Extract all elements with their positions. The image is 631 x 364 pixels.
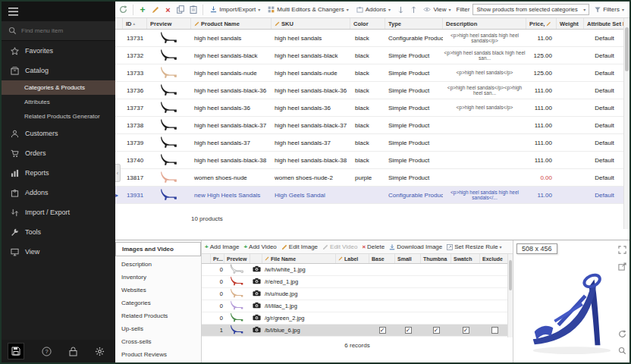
- header-description[interactable]: Description: [443, 18, 526, 29]
- add-product-button[interactable]: +: [138, 5, 148, 15]
- sidebar-item-orders[interactable]: Orders: [2, 143, 115, 163]
- product-row[interactable]: 13739high heel sandals-37high heel sanda…: [115, 134, 629, 152]
- tab-description[interactable]: Description: [115, 258, 201, 271]
- product-row[interactable]: 13733high heel sandals-nudehigh heel san…: [115, 64, 629, 82]
- delete-product-button[interactable]: ×: [163, 5, 173, 15]
- addons-menu[interactable]: Addons▾: [354, 5, 393, 14]
- multi-editors-menu[interactable]: Multi Editors & Changers▾: [265, 5, 351, 14]
- product-row[interactable]: 13817women shoes-nudewomen shoes-nude-2p…: [115, 169, 629, 187]
- import-export-menu[interactable]: Import/Export▾: [208, 5, 262, 14]
- tab-cross-sells[interactable]: Cross-sells: [115, 335, 201, 348]
- delete-image-button[interactable]: ×Delete: [362, 243, 385, 250]
- header-id[interactable]: ID▴: [123, 18, 147, 29]
- sidebar-item-reports[interactable]: Reports: [2, 163, 115, 183]
- sidebar-item-categories-products[interactable]: Categories & Products: [2, 80, 115, 95]
- products-scrollbar[interactable]: [623, 18, 629, 229]
- sidebar-item-tools[interactable]: Tools: [2, 222, 115, 242]
- media-row[interactable]: 0/n/u/nude.jpg: [202, 288, 513, 300]
- header-attribute-set[interactable]: Attribute Set Name: [584, 18, 625, 29]
- add-video-button[interactable]: +Add Video: [243, 243, 276, 250]
- header-preview[interactable]: Preview: [224, 254, 250, 263]
- menu-search-input[interactable]: [21, 27, 97, 34]
- filters-button[interactable]: Filters▾: [592, 5, 626, 14]
- copy-button[interactable]: [176, 5, 186, 15]
- checkbox[interactable]: ✓: [433, 327, 440, 334]
- tab-categories[interactable]: Categories: [115, 297, 201, 309]
- header-sku[interactable]: SKU: [272, 18, 350, 29]
- checkbox[interactable]: [491, 327, 498, 334]
- lock-icon[interactable]: [69, 347, 77, 356]
- sidebar-item-view[interactable]: View: [2, 242, 115, 262]
- header-exclude[interactable]: Exclude: [480, 254, 509, 263]
- media-row[interactable]: 0/l/i/lilac_1.jpg: [202, 300, 513, 312]
- tab-websites[interactable]: Websites: [115, 284, 201, 297]
- product-row[interactable]: 13738high heel sandals-black-37high heel…: [115, 117, 629, 134]
- refresh-button[interactable]: [118, 5, 128, 15]
- tab-related-products[interactable]: Related Products: [115, 309, 201, 322]
- header-media-type[interactable]: [250, 254, 262, 263]
- product-row[interactable]: 13732high heel sandals-blackhigh heel sa…: [115, 47, 629, 64]
- header-label[interactable]: Label: [336, 254, 369, 263]
- header-base[interactable]: Base: [369, 254, 395, 263]
- media-row[interactable]: 0/w/h/white_1.jpg: [202, 264, 513, 276]
- checkbox[interactable]: ✓: [379, 327, 386, 334]
- tab-inventory[interactable]: Inventory: [115, 271, 201, 284]
- gear-icon[interactable]: [95, 347, 105, 356]
- sidebar-item-addons[interactable]: Addons: [2, 183, 115, 202]
- header-product-name[interactable]: Product Name: [191, 18, 272, 29]
- media-scrollbar[interactable]: [507, 254, 513, 337]
- scrollbar-thumb[interactable]: [509, 260, 512, 290]
- collapse-all-icon[interactable]: [409, 5, 419, 15]
- sidebar-item-related-products-generator[interactable]: Related Products Generator: [2, 109, 115, 124]
- header-small[interactable]: Small: [395, 254, 421, 263]
- sidebar-item-catalog[interactable]: Catalog: [2, 61, 115, 80]
- product-row[interactable]: 13736high heel sandals-black-36high heel…: [115, 82, 629, 99]
- sidebar-item-attributes[interactable]: Attributes: [2, 95, 115, 109]
- header-swatch[interactable]: Swatch: [451, 254, 480, 263]
- view-menu[interactable]: View▾: [421, 5, 453, 14]
- header-color[interactable]: Color: [350, 18, 385, 29]
- header-file-name[interactable]: File Name: [262, 254, 336, 263]
- media-row[interactable]: 1/b/l/blue_6.jpg✓✓✓✓: [202, 325, 513, 337]
- media-row[interactable]: 0/g/r/green_2.jpg: [202, 312, 513, 325]
- header-price[interactable]: Price,: [526, 18, 557, 29]
- sidebar-collapse-handle[interactable]: ‹: [115, 164, 121, 182]
- header-position[interactable]: Pr...▴: [211, 254, 224, 263]
- header-preview[interactable]: Preview: [147, 18, 191, 29]
- checkbox[interactable]: ✓: [463, 327, 469, 334]
- sidebar-search[interactable]: [2, 21, 115, 41]
- header-type[interactable]: Type: [385, 18, 443, 29]
- scrollbar-thumb[interactable]: [625, 27, 629, 71]
- download-image-button[interactable]: Download Image: [389, 243, 442, 250]
- paste-button[interactable]: [189, 5, 199, 15]
- sidebar-item-favorites[interactable]: Favorites: [2, 41, 115, 61]
- save-icon[interactable]: [8, 343, 24, 359]
- edit-product-button[interactable]: [150, 5, 160, 15]
- open-external-icon[interactable]: [618, 260, 626, 274]
- edit-video-button[interactable]: Edit Video: [322, 243, 357, 250]
- product-row[interactable]: 13731high heel sandalshigh heel sandalsb…: [115, 30, 629, 47]
- media-row[interactable]: 0/r/e/red_1.jpg: [202, 276, 513, 288]
- add-image-button[interactable]: +Add Image: [205, 243, 239, 250]
- tab-product-reviews[interactable]: Product Reviews: [115, 348, 201, 361]
- hamburger-menu-icon[interactable]: [8, 8, 18, 16]
- edit-image-button[interactable]: Edit Image: [281, 243, 318, 250]
- help-icon[interactable]: ?: [42, 347, 52, 356]
- header-weight[interactable]: Weight: [557, 18, 584, 29]
- rotate-icon[interactable]: [618, 328, 626, 341]
- set-resize-rule-button[interactable]: Set Resize Rule▾: [447, 243, 501, 250]
- product-row[interactable]: 13740high heel sandals-black-38high heel…: [115, 152, 629, 169]
- filter-select[interactable]: Show products from selected categories ▾: [472, 4, 589, 15]
- tab-up-sells[interactable]: Up-sells: [115, 322, 201, 335]
- product-row[interactable]: 13737high heel sandals-36high heel sanda…: [115, 99, 629, 117]
- tab-images-and-video[interactable]: Images and Video: [115, 242, 201, 256]
- zoom-icon[interactable]: [618, 344, 626, 358]
- sidebar-item-import-export[interactable]: Import / Export: [2, 202, 115, 222]
- expand-all-icon[interactable]: [396, 5, 406, 15]
- row-expander[interactable]: ▸: [115, 192, 123, 199]
- checkbox[interactable]: ✓: [405, 327, 412, 334]
- header-thumbnail[interactable]: Thumbna: [421, 254, 451, 263]
- sidebar-item-customers[interactable]: Customers: [2, 124, 115, 143]
- product-row[interactable]: ▸13931new High Heels SandalsHigh Geels S…: [115, 187, 629, 204]
- fullscreen-icon[interactable]: [618, 243, 626, 257]
